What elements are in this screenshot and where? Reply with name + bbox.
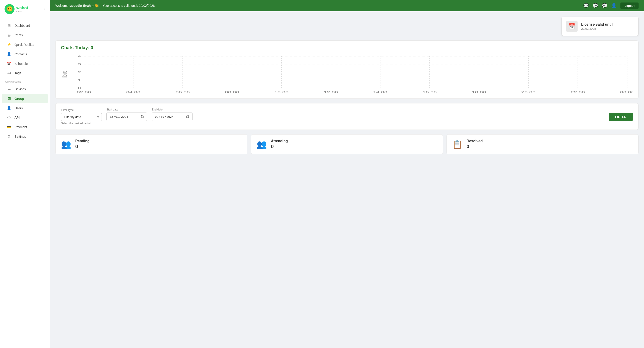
welcome-suffix: ! – Your access is valid until: 29/02/20… — [98, 4, 156, 8]
logo-sub: CHAT — [16, 11, 28, 13]
sidebar-item-chats[interactable]: ◎Chats — [2, 31, 48, 40]
stat-card-resolved: 📋 Resolved 0 — [446, 134, 638, 154]
filter-button[interactable]: FILTER — [609, 113, 633, 121]
filter-row: Filter Type Filter by dateFilter by mont… — [61, 108, 633, 121]
sidebar-item-group[interactable]: ⊡Group — [2, 94, 48, 103]
pending-value: 0 — [75, 144, 90, 150]
pending-icon: 👥 — [61, 140, 71, 149]
svg-text:06:00: 06:00 — [176, 91, 190, 94]
chat-icon-3[interactable]: 💬 — [602, 3, 608, 9]
chart-svg: 0123402:0004:0006:0008:0010:0012:0014:00… — [61, 54, 633, 95]
users-icon: 👤 — [7, 106, 11, 110]
welcome-prefix: Welcome — [55, 4, 70, 8]
sidebar-item-label: Dashboard — [14, 24, 30, 28]
stat-card-attending: 👥 Attending 0 — [251, 134, 443, 154]
svg-text:2: 2 — [78, 71, 81, 74]
filter-end-label: End date — [152, 108, 192, 111]
sidebar-item-label: Chats — [14, 33, 23, 37]
svg-text:00:00: 00:00 — [620, 91, 633, 94]
sidebar-item-label: Devices — [14, 87, 26, 91]
filter-hint: Select the desired period — [61, 122, 633, 125]
sidebar-logo: 😊 wabot CHAT ‹ — [0, 0, 50, 18]
welcome-emoji: 👋 — [94, 4, 98, 8]
license-card: 📅 License valid until 29/02/2028 — [562, 17, 638, 36]
svg-text:18:00: 18:00 — [472, 91, 486, 94]
user-icon[interactable]: 👤 — [611, 3, 617, 9]
svg-text:10:00: 10:00 — [274, 91, 289, 94]
header: Welcome Izzuddin Ibrahim👋! – Your access… — [50, 0, 644, 11]
group-icon: ⊡ — [7, 96, 11, 101]
content-area: 📅 License valid until 29/02/2028 Chats T… — [50, 11, 644, 348]
devices-icon: ⇌ — [7, 87, 11, 91]
svg-text:0: 0 — [78, 87, 81, 89]
sidebar-item-label: Quick Replies — [14, 43, 34, 47]
settings-icon: ⚙ — [7, 134, 11, 139]
logo-icon: 😊 — [4, 4, 14, 14]
attending-value: 0 — [271, 144, 288, 150]
license-date: 29/02/2028 — [581, 27, 613, 31]
username: Izzuddin Ibrahim — [70, 4, 94, 8]
sidebar-item-label: Settings — [14, 135, 26, 138]
sidebar-item-tags[interactable]: 🏷Tags — [2, 69, 48, 78]
resolved-value: 0 — [466, 144, 482, 150]
sidebar-toggle-button[interactable]: ‹ — [44, 7, 45, 12]
filter-start-field: Start date — [106, 108, 147, 121]
svg-text:Tickets: Tickets — [62, 71, 68, 78]
license-icon: 📅 — [566, 21, 578, 32]
svg-text:16:00: 16:00 — [422, 91, 437, 94]
chart-wrapper: 0123402:0004:0006:0008:0010:0012:0014:00… — [61, 54, 633, 95]
sidebar-item-dashboard[interactable]: ⊞Dashboard — [2, 21, 48, 30]
sidebar-item-schedules[interactable]: 📅Schedules — [2, 59, 48, 68]
attending-icon: 👥 — [257, 140, 267, 149]
sidebar-item-label: API — [14, 116, 20, 119]
svg-text:04:00: 04:00 — [126, 91, 140, 94]
admin-section-label: Administration — [0, 78, 50, 84]
sidebar-item-api[interactable]: <>API — [2, 113, 48, 122]
attending-label: Attending — [271, 139, 288, 143]
pending-label: Pending — [75, 139, 90, 143]
sidebar-item-quick-replies[interactable]: ⚡Quick Replies — [2, 40, 48, 49]
sidebar-item-users[interactable]: 👤Users — [2, 103, 48, 113]
filter-type-label: Filter Type — [61, 108, 102, 112]
sidebar-item-label: Contacts — [14, 52, 27, 56]
chat-icon-2[interactable]: 💬 — [592, 3, 598, 9]
filter-end-input[interactable] — [152, 113, 192, 121]
filter-type-field: Filter Type Filter by dateFilter by mont… — [61, 108, 102, 121]
sidebar-nav: ⊞Dashboard◎Chats⚡Quick Replies👤Contacts📅… — [0, 18, 50, 348]
sidebar-item-contacts[interactable]: 👤Contacts — [2, 50, 48, 59]
stats-row: 👥 Pending 0 👥 Attending 0 📋 Resolved 0 — [55, 134, 638, 154]
header-actions: 💬 💬 💬 👤 Logout — [583, 3, 638, 9]
resolved-icon: 📋 — [452, 140, 462, 149]
stat-card-pending: 👥 Pending 0 — [55, 134, 248, 154]
chats-icon: ◎ — [7, 33, 11, 37]
api-icon: <> — [7, 116, 11, 120]
sidebar-item-label: Tags — [14, 71, 21, 75]
sidebar-item-label: Schedules — [14, 62, 29, 66]
chart-section: Chats Today: 0 0123402:0004:0006:0008:00… — [55, 40, 638, 99]
sidebar-item-payment[interactable]: 💳Payment — [2, 122, 48, 132]
filter-start-input[interactable] — [106, 113, 147, 121]
filter-type-select[interactable]: Filter by dateFilter by monthFilter by y… — [61, 113, 102, 121]
filter-section: Filter Type Filter by dateFilter by mont… — [55, 103, 638, 130]
svg-text:14:00: 14:00 — [373, 91, 387, 94]
welcome-message: Welcome Izzuddin Ibrahim👋! – Your access… — [55, 4, 156, 8]
schedules-icon: 📅 — [7, 62, 11, 66]
resolved-label: Resolved — [466, 139, 482, 143]
sidebar: 😊 wabot CHAT ‹ ⊞Dashboard◎Chats⚡Quick Re… — [0, 0, 50, 348]
svg-text:08:00: 08:00 — [225, 91, 239, 94]
chat-icon-1[interactable]: 💬 — [583, 3, 589, 9]
svg-text:22:00: 22:00 — [570, 91, 585, 94]
logout-button[interactable]: Logout — [620, 3, 638, 9]
svg-text:4: 4 — [78, 55, 81, 58]
svg-text:20:00: 20:00 — [521, 91, 536, 94]
sidebar-item-label: Users — [14, 106, 23, 110]
filter-end-field: End date — [152, 108, 192, 121]
license-title: License valid until — [581, 23, 613, 27]
dashboard-icon: ⊞ — [7, 23, 11, 28]
main-area: Welcome Izzuddin Ibrahim👋! – Your access… — [50, 0, 644, 348]
sidebar-item-devices[interactable]: ⇌Devices — [2, 84, 48, 94]
logo-name: wabot — [16, 6, 28, 11]
sidebar-item-settings[interactable]: ⚙Settings — [2, 132, 48, 141]
tags-icon: 🏷 — [7, 71, 11, 75]
svg-text:02:00: 02:00 — [77, 91, 91, 94]
